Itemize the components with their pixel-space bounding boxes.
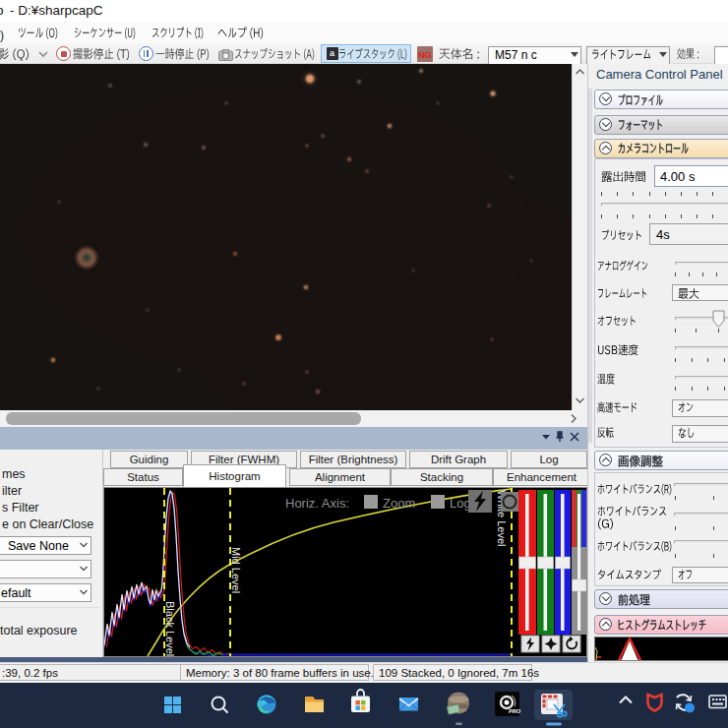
svg-text:Log: Log xyxy=(450,496,471,511)
svg-text:Horiz. Axis:: Horiz. Axis: xyxy=(285,496,349,511)
svg-text:Black Level: Black Level xyxy=(164,601,176,656)
svg-text:Mid Level: Mid Level xyxy=(230,547,242,593)
svg-text:Zoom: Zoom xyxy=(383,496,415,511)
svg-text:PRO: PRO xyxy=(509,708,521,714)
